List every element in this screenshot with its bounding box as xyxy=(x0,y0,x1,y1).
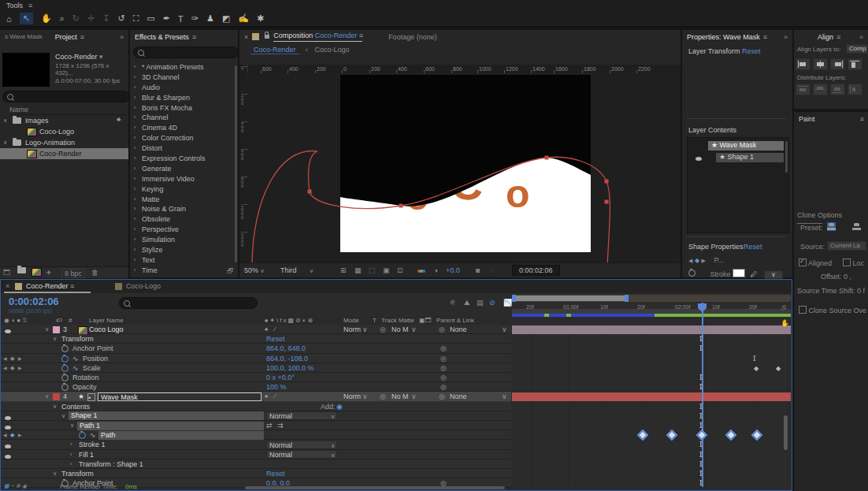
keyframe-toggle-icon[interactable]: ◆ xyxy=(10,355,14,363)
effects-scrollbar[interactable] xyxy=(235,65,237,262)
tools-panel-menu-icon[interactable]: ≡ xyxy=(28,2,32,9)
layer-transform-reset[interactable]: Reset xyxy=(742,47,761,55)
effects-category-noise-grain[interactable]: ›Noise & Grain xyxy=(130,204,238,214)
twirl-icon[interactable]: › xyxy=(134,103,135,113)
grid-guides-icon[interactable]: ⊞ xyxy=(340,266,347,274)
effects-category-audio[interactable]: ›Audio xyxy=(130,83,238,93)
camera-orbit-icon[interactable]: ↻ xyxy=(72,13,80,24)
twirl-icon[interactable]: › xyxy=(134,62,135,73)
effects-category--animation-presets[interactable]: ›* Animation Presets xyxy=(130,62,238,73)
twirl-icon[interactable]: › xyxy=(134,143,135,154)
timeline-vertical-scrollbar[interactable] xyxy=(784,415,788,450)
effects-category-expression-controls[interactable]: ›Expression Controls xyxy=(130,154,238,164)
camera-pan-icon[interactable]: ✛ xyxy=(87,13,95,24)
path-direction-icons[interactable]: ⇄ ⇉ xyxy=(266,422,285,430)
layer-label-swatch[interactable] xyxy=(53,326,60,333)
twirl-icon[interactable]: › xyxy=(134,255,135,266)
path-keyframe-selected[interactable] xyxy=(666,430,677,441)
path-keyframe-selected[interactable] xyxy=(725,430,736,441)
offset-value[interactable]: 0 , xyxy=(844,273,851,281)
effects-category-color-correction[interactable]: ›Color Correction xyxy=(130,133,238,143)
keyframe-toggle-icon[interactable]: ◆ xyxy=(10,364,14,372)
twirl-icon[interactable]: › xyxy=(134,174,135,184)
twirl-icon[interactable]: › xyxy=(134,133,135,143)
tab-properties[interactable]: Properties: Wave Mask xyxy=(687,33,760,41)
twirl-icon[interactable]: › xyxy=(70,451,72,459)
blend-mode-dropdown[interactable]: Normal∨ xyxy=(266,441,337,449)
blend-mode-dropdown[interactable]: Norm xyxy=(343,392,361,400)
zoom-tool-icon[interactable]: ⌕ xyxy=(60,13,65,24)
camera-dolly-icon[interactable]: ↧ xyxy=(102,13,109,24)
blend-mode-dropdown[interactable]: Normal∨ xyxy=(266,411,337,420)
align-right-button[interactable] xyxy=(830,58,845,70)
pickwhip-icon[interactable]: ◎ xyxy=(380,392,386,400)
panel-overflow-icon[interactable]: » xyxy=(859,33,863,41)
timeline-row-transform[interactable]: ∨TransformReset xyxy=(1,334,511,344)
twirl-icon[interactable]: › xyxy=(134,113,135,123)
graph-icon[interactable]: ∿ xyxy=(72,355,79,363)
effects-category-3d-channel[interactable]: ›3D Channel xyxy=(130,73,238,83)
eyedropper-icon[interactable]: 🖊 xyxy=(751,270,758,278)
timeline-row-scale[interactable]: ◀◆▶∿Scale100.0, 100.0 %◎ xyxy=(1,363,511,373)
stopwatch-icon[interactable] xyxy=(688,270,696,277)
keyframe-toggle-icon[interactable]: ◆ xyxy=(10,431,14,439)
rotation-tool-icon[interactable]: ↺ xyxy=(117,13,124,24)
timeline-row-transform-shape-1[interactable]: ›Transform : Shape 1 xyxy=(1,459,511,469)
layer-duration-bar-wave-mask[interactable] xyxy=(512,392,791,401)
property-value[interactable]: 0 x +0.0° xyxy=(266,374,295,381)
parent-pickwhip-icon[interactable]: ◎ xyxy=(440,383,447,391)
project-panel-menu-icon[interactable]: ≡ xyxy=(80,33,83,41)
next-keyframe-icon[interactable]: ▶ xyxy=(18,431,22,439)
twirl-icon[interactable]: › xyxy=(134,154,135,164)
project-search-input[interactable] xyxy=(2,91,130,102)
distribute-top-button[interactable] xyxy=(796,84,811,95)
twirl-icon[interactable]: › xyxy=(70,441,72,448)
property-value[interactable]: Reset xyxy=(266,335,285,343)
twirl-icon[interactable]: ∨ xyxy=(3,115,7,126)
project-item-coco-render[interactable]: Coco-Render xyxy=(0,148,128,159)
mask-path-overlay[interactable] xyxy=(247,73,681,262)
clone-preset-1-icon[interactable] xyxy=(827,222,836,231)
layer-contents-item[interactable]: ★ Shape 1 xyxy=(716,153,784,162)
close-icon[interactable]: × xyxy=(244,33,248,41)
composition-canvas[interactable]: C o C o xyxy=(247,73,681,262)
clone-source-overlay-checkbox[interactable]: Clone Source Ove xyxy=(799,306,866,314)
pickwhip-icon[interactable]: ◎ xyxy=(380,325,386,333)
property-name[interactable]: Path 1 xyxy=(77,422,264,430)
home-icon[interactable]: ⌂ xyxy=(6,14,12,24)
type-tool-icon[interactable]: T xyxy=(178,14,184,24)
tab-align[interactable]: Align xyxy=(818,33,833,41)
property-name[interactable]: Rotation xyxy=(72,374,99,381)
timeline-row-stroke-1[interactable]: ›Stroke 1Normal∨ xyxy=(1,440,511,449)
tab-effect-controls-partial[interactable]: s Wave Mask xyxy=(5,33,43,40)
layer-name[interactable]: Coco Logo xyxy=(89,325,124,333)
distribute-vcenter-button[interactable] xyxy=(813,84,828,95)
next-keyframe-icon[interactable]: ▶ xyxy=(18,355,22,363)
twirl-icon[interactable]: ∨ xyxy=(45,325,49,333)
project-item-logo-animation[interactable]: ∨Logo-Animation xyxy=(0,137,128,148)
effects-category-perspective[interactable]: ›Perspective xyxy=(130,225,238,235)
timeline-row-path[interactable]: ◀◆▶∿Path xyxy=(1,430,511,440)
property-name[interactable]: Position xyxy=(83,355,108,363)
shape-properties-reset[interactable]: Reset xyxy=(744,243,762,251)
interpret-footage-icon[interactable]: 🗔 xyxy=(3,269,10,277)
twirl-icon[interactable]: › xyxy=(134,164,135,174)
next-keyframe-icon[interactable]: ▶ xyxy=(18,364,22,372)
property-name[interactable]: Stroke 1 xyxy=(79,441,106,448)
resolution-dropdown[interactable]: Third ∨ xyxy=(280,266,313,274)
property-name[interactable]: Transform xyxy=(61,470,94,478)
twirl-icon[interactable]: ∨ xyxy=(53,403,57,411)
parent-pickwhip-icon[interactable]: ◎ xyxy=(440,355,447,363)
property-value[interactable]: 100 % xyxy=(266,383,287,391)
rectangle-tool-icon[interactable]: ▭ xyxy=(147,13,154,24)
property-value[interactable]: 864.0, -108.0 xyxy=(266,355,308,363)
camera-tool-icon[interactable]: ⛶ xyxy=(133,13,139,24)
clone-stamp-icon[interactable]: ♟ xyxy=(206,13,214,24)
path-keyframe-selected[interactable] xyxy=(696,430,707,441)
position-keyframe-hold[interactable]: I xyxy=(753,355,756,363)
twirl-icon[interactable]: › xyxy=(134,266,135,276)
viewer-panel-menu-icon[interactable]: ≡ xyxy=(359,32,362,39)
snapshot-icon[interactable]: ◙ xyxy=(476,266,480,274)
parent-dropdown[interactable]: None xyxy=(450,392,467,400)
comp-marker-bin-icon[interactable]: ⌂ xyxy=(781,303,785,311)
